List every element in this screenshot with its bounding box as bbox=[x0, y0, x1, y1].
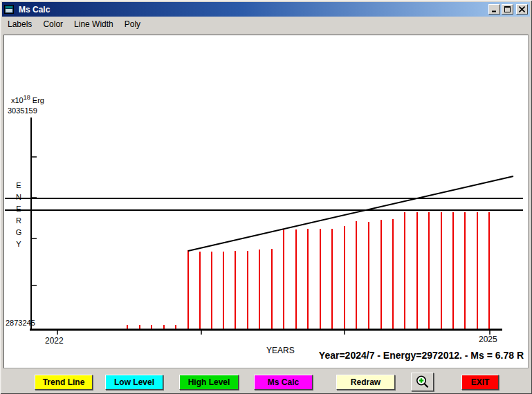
chart-plot bbox=[3, 35, 529, 368]
zoom-button[interactable] bbox=[411, 373, 434, 391]
trend-line-button[interactable]: Trend Line bbox=[35, 375, 93, 390]
close-icon bbox=[519, 6, 525, 12]
menu-poly[interactable]: Poly bbox=[119, 18, 146, 30]
high-level-button[interactable]: High Level bbox=[179, 375, 239, 390]
x-tick-label-2025: 2025 bbox=[479, 335, 497, 344]
y-axis-scale: x10 bbox=[11, 96, 24, 104]
app-icon bbox=[4, 5, 15, 15]
minimize-icon bbox=[491, 6, 497, 12]
menu-bar: Labels Color Line Width Poly bbox=[2, 17, 530, 31]
title-bar[interactable]: Ms Calc bbox=[2, 2, 530, 17]
y-axis-max-label: 3035159 bbox=[8, 106, 37, 115]
app-window: Ms Calc Labels Color Line Width Poly x10… bbox=[0, 0, 532, 394]
menu-line-width[interactable]: Line Width bbox=[68, 18, 119, 30]
magnifier-plus-icon bbox=[415, 375, 430, 390]
maximize-button[interactable] bbox=[502, 4, 513, 15]
y-axis-title-vertical: ENERGY bbox=[15, 180, 23, 250]
low-level-button[interactable]: Low Level bbox=[105, 375, 163, 390]
y-axis-unit-label: x1018 Erg bbox=[11, 94, 44, 104]
exit-button[interactable]: EXIT bbox=[461, 375, 499, 390]
window-controls bbox=[488, 4, 528, 15]
status-readout: Year=2024/7 - Energy=2972012. - Ms = 6.7… bbox=[319, 350, 524, 361]
x-axis-title: YEARS bbox=[266, 346, 295, 355]
close-button[interactable] bbox=[516, 4, 528, 15]
minimize-button[interactable] bbox=[488, 4, 500, 15]
ms-calc-button[interactable]: Ms Calc bbox=[254, 375, 313, 390]
y-axis-exponent: 18 bbox=[24, 94, 30, 101]
menu-color[interactable]: Color bbox=[37, 18, 68, 30]
redraw-button[interactable]: Redraw bbox=[336, 375, 395, 390]
x-tick-label-2022: 2022 bbox=[45, 336, 64, 346]
menu-labels[interactable]: Labels bbox=[2, 18, 37, 30]
maximize-icon bbox=[504, 6, 511, 12]
window-title: Ms Calc bbox=[19, 5, 50, 15]
y-axis-min-label: 2873245 bbox=[6, 319, 35, 327]
y-axis-unit: Erg bbox=[33, 96, 44, 104]
